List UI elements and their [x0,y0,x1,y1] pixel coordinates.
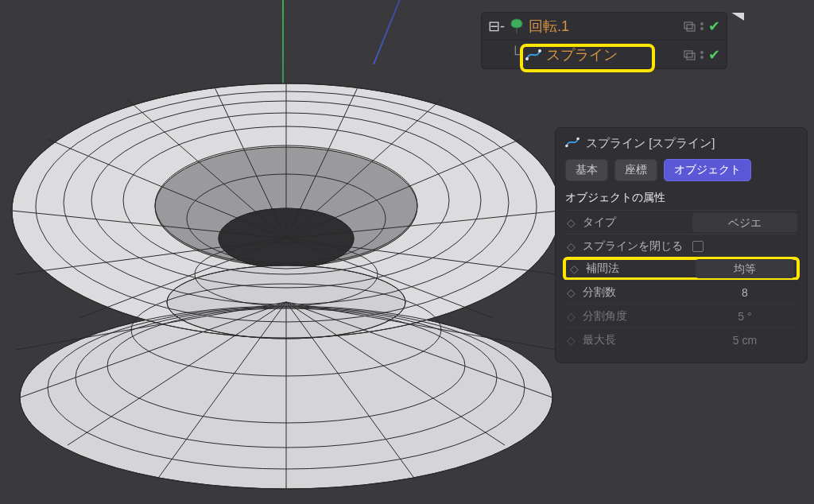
svg-rect-43 [687,25,695,31]
svg-point-48 [565,145,568,148]
branch-icon: └ [510,46,521,63]
angle-field: 5 ° [692,310,797,323]
section-title: オブジェクトの属性 [565,191,797,205]
tab-basic[interactable]: 基本 [565,159,608,181]
visibility-check-icon[interactable]: ✔ [708,46,720,64]
svg-rect-46 [684,51,692,57]
keyframe-diamond-icon[interactable]: ◇ [567,216,576,229]
keyframe-diamond-icon: ◇ [567,334,576,347]
svg-point-49 [576,138,579,141]
type-dropdown[interactable]: ベジエ [692,213,797,232]
spline-icon [525,48,541,62]
svg-point-44 [525,57,529,60]
prop-label: スプラインを閉じる [583,239,686,254]
layers-icon[interactable] [683,48,696,61]
flag-icon[interactable] [729,11,746,31]
lathe-icon [510,18,524,34]
expand-icon[interactable]: ⊟- [488,17,505,35]
prop-label: 分割角度 [583,309,686,324]
prop-type: ◇ タイプ ベジエ [565,210,797,234]
svg-point-45 [538,49,541,52]
tree-item-label: スプライン [546,45,618,64]
prop-maxlength: ◇ 最大長 5 cm [565,328,797,351]
tree-item-spline[interactable]: └ スプライン ✔ [481,41,727,69]
tree-item-label: 回転.1 [529,17,569,36]
prop-label: タイプ [583,215,686,230]
maxlength-field: 5 cm [692,334,797,347]
attributes-panel: スプライン [スプライン] 基本 座標 オブジェクト オブジェクトの属性 ◇ タ… [555,127,808,363]
close-spline-checkbox[interactable] [692,241,704,252]
layers-icon[interactable] [683,20,696,33]
prop-label: 分割数 [583,285,686,300]
prop-label: 最大長 [583,333,686,347]
keyframe-diamond-icon[interactable]: ◇ [570,262,579,275]
tab-coord[interactable]: 座標 [614,159,657,181]
keyframe-diamond-icon[interactable]: ◇ [567,286,576,299]
wireframe-mesh [0,0,604,504]
prop-angle: ◇ 分割角度 5 ° [565,304,797,328]
prop-label: 補間法 [586,262,689,276]
spline-icon [565,136,579,151]
visibility-check-icon[interactable]: ✔ [708,17,720,35]
panel-title: スプライン [スプライン] [586,136,715,151]
object-tree: ⊟- 回転.1 ✔ └ スプライン ✔ [481,12,727,69]
keyframe-diamond-icon[interactable]: ◇ [567,240,576,253]
interpolation-dropdown[interactable]: 均等 [696,259,794,278]
subdivisions-field[interactable]: 8 [692,286,797,299]
prop-close-spline: ◇ スプラインを閉じる [565,234,797,258]
prop-interpolation: ◇ 補間法 均等 [563,257,800,281]
tab-object[interactable]: オブジェクト [664,159,751,181]
tree-item-lathe[interactable]: ⊟- 回転.1 ✔ [481,12,727,41]
keyframe-diamond-icon: ◇ [567,310,576,323]
svg-rect-47 [687,53,695,60]
svg-rect-42 [684,22,692,29]
prop-subdivisions: ◇ 分割数 8 [565,280,797,304]
